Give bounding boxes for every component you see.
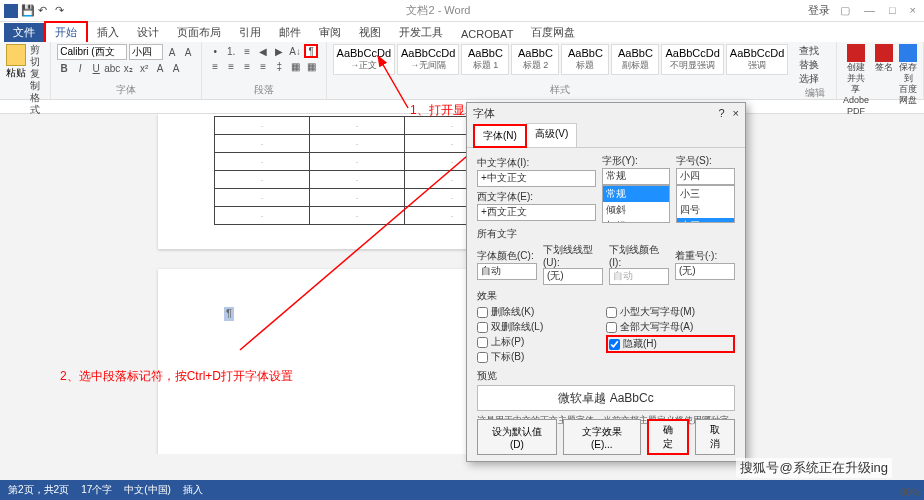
font-size-list[interactable]: 小三 四号 小四 xyxy=(676,185,735,223)
redo-icon[interactable]: ↷ xyxy=(55,4,69,18)
copy-button[interactable]: 复制 xyxy=(30,68,44,92)
baidu-save-button[interactable]: 保存到 百度网盘 xyxy=(899,44,917,117)
tab-layout[interactable]: 页面布局 xyxy=(168,23,230,42)
find-button[interactable]: 查找 xyxy=(799,44,831,57)
hidden-checkbox[interactable]: 隐藏(H) xyxy=(606,335,735,353)
style-7[interactable]: AaBbCcDd强调 xyxy=(726,44,788,75)
sub-icon[interactable]: x₂ xyxy=(121,61,135,75)
login-link[interactable]: 登录 xyxy=(808,3,830,18)
quick-access-toolbar[interactable]: 💾 ↶ ↷ xyxy=(21,4,69,18)
superscript-checkbox[interactable]: 上标(P) xyxy=(477,335,606,349)
dialog-titlebar[interactable]: 字体 ? × xyxy=(467,103,745,123)
tab-design[interactable]: 设计 xyxy=(128,23,168,42)
style-2[interactable]: AaBbC标题 1 xyxy=(461,44,509,75)
word-count[interactable]: 17个字 xyxy=(81,483,112,497)
document-canvas[interactable]: ····· ····· ····· ····· ····· ····· ¶ xyxy=(0,114,924,454)
all-caps-checkbox[interactable]: 全部大写字母(A) xyxy=(606,320,735,334)
style-0[interactable]: AaBbCcDd→正文 xyxy=(333,44,395,75)
page-status[interactable]: 第2页，共2页 xyxy=(8,483,69,497)
style-4[interactable]: AaBbC标题 xyxy=(561,44,609,75)
text-effects-button[interactable]: 文字效果(E)... xyxy=(563,419,641,455)
font-size-label: 字号(S): xyxy=(676,154,735,168)
align-left-icon[interactable]: ≡ xyxy=(208,59,222,73)
font-color-label: 字体颜色(C): xyxy=(477,249,537,263)
dialog-tab-advanced[interactable]: 高级(V) xyxy=(526,123,577,147)
strike-checkbox[interactable]: 删除线(K) xyxy=(477,305,606,319)
paragraph-mark-selected[interactable]: ¶ xyxy=(224,307,234,321)
language-status[interactable]: 中文(中国) xyxy=(124,483,171,497)
font-size-input[interactable]: 小四 xyxy=(676,168,735,185)
dialog-help-icon[interactable]: ? xyxy=(718,107,724,119)
font-color-icon[interactable]: A xyxy=(169,61,183,75)
tab-mailings[interactable]: 邮件 xyxy=(270,23,310,42)
shading-icon[interactable]: ▦ xyxy=(288,59,302,73)
tab-file[interactable]: 文件 xyxy=(4,23,44,42)
sign-button[interactable]: 签名 xyxy=(875,44,893,117)
undo-icon[interactable]: ↶ xyxy=(38,4,52,18)
font-style-input[interactable]: 常规 xyxy=(602,168,670,185)
cancel-button[interactable]: 取消 xyxy=(695,419,735,455)
sort-icon[interactable]: A↓ xyxy=(288,44,302,58)
tab-baidu[interactable]: 百度网盘 xyxy=(522,23,584,42)
grow-font-icon[interactable]: A xyxy=(165,45,179,59)
subscript-checkbox[interactable]: 下标(B) xyxy=(477,350,606,364)
save-icon[interactable]: 💾 xyxy=(21,4,35,18)
close-icon[interactable]: × xyxy=(906,4,920,17)
bold-icon[interactable]: B xyxy=(57,61,71,75)
dec-indent-icon[interactable]: ◀ xyxy=(256,44,270,58)
cn-font-select[interactable]: +中文正文 xyxy=(477,170,596,187)
small-caps-checkbox[interactable]: 小型大写字母(M) xyxy=(606,305,735,319)
ribbon-opts-icon[interactable]: ▢ xyxy=(836,4,854,17)
tab-insert[interactable]: 插入 xyxy=(88,23,128,42)
emphasis-select[interactable]: (无) xyxy=(675,263,735,280)
font-style-label: 字形(Y): xyxy=(602,154,670,168)
tab-view[interactable]: 视图 xyxy=(350,23,390,42)
tab-developer[interactable]: 开发工具 xyxy=(390,23,452,42)
sup-icon[interactable]: x² xyxy=(137,61,151,75)
underline-select[interactable]: (无) xyxy=(543,268,603,285)
font-size-select[interactable]: 小四 xyxy=(129,44,163,60)
double-strike-checkbox[interactable]: 双删除线(L) xyxy=(477,320,606,334)
style-1[interactable]: AaBbCcDd→无间隔 xyxy=(397,44,459,75)
watermark: 搜狐号@系统正在升级ing xyxy=(736,458,892,478)
set-default-button[interactable]: 设为默认值(D) xyxy=(477,419,557,455)
line-spacing-icon[interactable]: ‡ xyxy=(272,59,286,73)
en-font-select[interactable]: +西文正文 xyxy=(477,204,596,221)
highlight-icon[interactable]: A xyxy=(153,61,167,75)
dialog-tab-font[interactable]: 字体(N) xyxy=(473,124,527,148)
ok-button[interactable]: 确定 xyxy=(647,419,689,455)
tab-references[interactable]: 引用 xyxy=(230,23,270,42)
multilevel-icon[interactable]: ≡ xyxy=(240,44,254,58)
borders-icon[interactable]: ▦ xyxy=(304,59,318,73)
style-5[interactable]: AaBbC副标题 xyxy=(611,44,659,75)
align-center-icon[interactable]: ≡ xyxy=(224,59,238,73)
font-name-select[interactable]: Calibri (西文 xyxy=(57,44,127,60)
inc-indent-icon[interactable]: ▶ xyxy=(272,44,286,58)
minimize-icon[interactable]: — xyxy=(860,4,879,17)
tab-acrobat[interactable]: ACROBAT xyxy=(452,26,522,42)
select-button[interactable]: 选择 xyxy=(799,72,831,85)
style-3[interactable]: AaBbC标题 2 xyxy=(511,44,559,75)
strike-icon[interactable]: abc xyxy=(105,61,119,75)
create-pdf-button[interactable]: 创建并共享 Adobe PDF xyxy=(843,44,869,117)
underline-icon[interactable]: U xyxy=(89,61,103,75)
numbering-icon[interactable]: 1. xyxy=(224,44,238,58)
justify-icon[interactable]: ≡ xyxy=(256,59,270,73)
style-6[interactable]: AaBbCcDd不明显强调 xyxy=(661,44,723,75)
align-right-icon[interactable]: ≡ xyxy=(240,59,254,73)
underline-color-select[interactable]: 自动 xyxy=(609,268,669,285)
font-style-list[interactable]: 常规 倾斜 加粗 xyxy=(602,185,670,223)
font-color-select[interactable]: 自动 xyxy=(477,263,537,280)
cut-button[interactable]: 剪切 xyxy=(30,44,44,68)
status-bar: 第2页，共2页 17个字 中文(中国) 插入 xyxy=(0,480,924,500)
italic-icon[interactable]: I xyxy=(73,61,87,75)
dialog-close-icon[interactable]: × xyxy=(733,107,739,119)
tab-review[interactable]: 审阅 xyxy=(310,23,350,42)
shrink-font-icon[interactable]: A xyxy=(181,45,195,59)
replace-button[interactable]: 替换 xyxy=(799,58,831,71)
bullets-icon[interactable]: • xyxy=(208,44,222,58)
maximize-icon[interactable]: □ xyxy=(885,4,900,17)
show-marks-button[interactable]: ¶ xyxy=(304,44,318,58)
insert-mode[interactable]: 插入 xyxy=(183,483,203,497)
tab-home[interactable]: 开始 xyxy=(44,21,88,42)
